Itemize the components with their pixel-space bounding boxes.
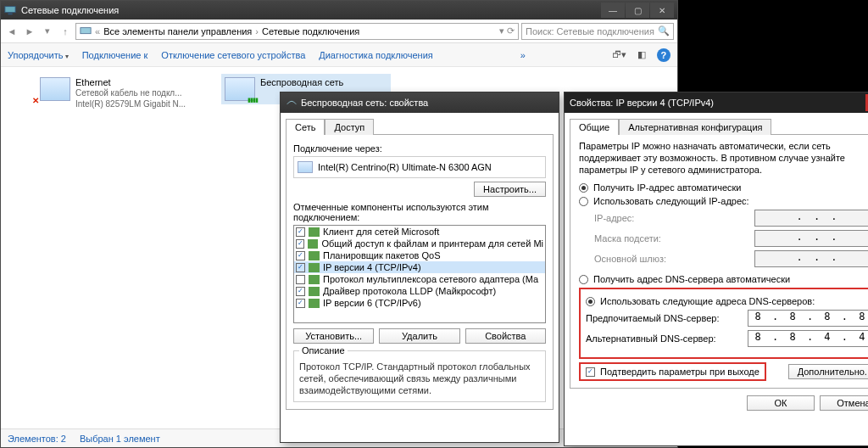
connection-ethernet[interactable]: Ethernet Сетевой кабель не подкл... Inte…: [36, 74, 214, 113]
mask-input: . . .: [754, 230, 868, 247]
component-label: Общий доступ к файлам и принтерам для се…: [321, 238, 543, 249]
up-button[interactable]: ↑: [58, 24, 73, 39]
forward-button[interactable]: ►: [22, 24, 37, 39]
wifi-name: Беспроводная сеть: [260, 77, 343, 87]
ipv4-properties-dialog: Свойства: IP версии 4 (TCP/IPv4) ✕ Общие…: [564, 92, 868, 446]
protocol-icon: [309, 251, 320, 260]
tab-access[interactable]: Доступ: [325, 119, 374, 135]
help-icon[interactable]: ?: [657, 48, 670, 62]
search-icon: 🔍: [658, 25, 670, 36]
ipv4-info-text: Параметры IP можно назначать автоматичес…: [579, 140, 868, 176]
maximize-button[interactable]: ▢: [626, 3, 649, 18]
ipv4-title: Свойства: IP версии 4 (TCP/IPv4): [570, 98, 714, 108]
radio-icon: [579, 275, 588, 284]
component-item[interactable]: Драйвер протокола LLDP (Майкрософт): [294, 285, 545, 297]
remove-button[interactable]: Удалить: [379, 328, 459, 344]
component-item[interactable]: Протокол мультиплексора сетевого адаптер…: [294, 273, 545, 285]
component-label: IP версии 4 (TCP/IPv4): [323, 262, 421, 272]
window-title: Сетевые подключения: [21, 5, 119, 15]
ethernet-name: Ethernet: [75, 77, 111, 87]
checkbox-icon: [586, 367, 595, 377]
more-chevron[interactable]: »: [520, 50, 526, 60]
radio-ip-manual[interactable]: Использовать следующий IP-адрес:: [579, 196, 868, 206]
ip-addr-label: IP-адрес:: [594, 213, 754, 223]
connect-to-button[interactable]: Подключение к: [82, 50, 148, 60]
breadcrumb-network[interactable]: Сетевые подключения: [262, 26, 359, 36]
tab-alt-config[interactable]: Альтернативная конфигурация: [619, 119, 771, 135]
view-icons-button[interactable]: 🗗▾: [613, 48, 626, 62]
checkbox-icon[interactable]: [296, 263, 305, 272]
tab-network[interactable]: Сеть: [286, 119, 325, 135]
connect-via-label: Подключение через:: [293, 143, 546, 154]
radio-icon: [586, 297, 595, 306]
refresh-icon[interactable]: ▾ ⟳: [499, 25, 515, 36]
tab-general[interactable]: Общие: [570, 119, 619, 135]
dialog-titlebar[interactable]: Беспроводная сеть: свойства: [281, 92, 559, 113]
item-count: Элементов: 2: [8, 434, 66, 444]
radio-icon: [579, 197, 588, 206]
radio-dns-manual[interactable]: Использовать следующие адреса DNS-сервер…: [586, 296, 868, 306]
checkbox-icon[interactable]: [296, 299, 305, 308]
protocol-icon: [308, 239, 318, 249]
back-button[interactable]: ◄: [4, 24, 19, 39]
dns-alt-input[interactable]: 8 . 8 . 4 . 4: [748, 330, 868, 347]
components-list[interactable]: Клиент для сетей MicrosoftОбщий доступ к…: [293, 225, 546, 323]
component-item[interactable]: Планировщик пакетов QoS: [294, 249, 545, 261]
diagnose-button[interactable]: Диагностика подключения: [319, 50, 432, 60]
components-label: Отмеченные компоненты используются этим …: [293, 202, 546, 222]
radio-dns-auto[interactable]: Получить адрес DNS-сервера автоматически: [579, 274, 868, 284]
checkbox-icon[interactable]: [296, 287, 305, 296]
configure-button[interactable]: Настроить...: [474, 182, 546, 197]
adapter-name: Intel(R) Centrino(R) Ultimate-N 6300 AGN: [318, 162, 492, 172]
svg-rect-1: [8, 14, 12, 15]
validate-checkbox[interactable]: Подтвердить параметры при выходе: [586, 367, 760, 377]
history-dropdown[interactable]: ▾: [40, 24, 55, 39]
organize-menu[interactable]: Упорядочить: [8, 50, 69, 60]
address-bar[interactable]: « Все элементы панели управления › Сетев…: [75, 23, 519, 40]
component-label: Планировщик пакетов QoS: [323, 250, 441, 260]
protocol-icon: [309, 263, 320, 272]
component-label: Клиент для сетей Microsoft: [323, 227, 439, 237]
adapter-box: Intel(R) Centrino(R) Ultimate-N 6300 AGN: [293, 156, 546, 178]
wifi-properties-dialog: Беспроводная сеть: свойства Сеть Доступ …: [280, 92, 559, 443]
dns-pref-input[interactable]: 8 . 8 . 8 . 8: [748, 310, 868, 327]
install-button[interactable]: Установить...: [293, 328, 374, 344]
ethernet-device: Intel(R) 82579LM Gigabit N...: [75, 98, 186, 109]
search-input[interactable]: Поиск: Сетевые подключения 🔍: [521, 23, 674, 40]
ipv4-tab-panel: Параметры IP можно назначать автоматичес…: [570, 134, 868, 389]
ipv4-tabs: Общие Альтернативная конфигурация: [565, 113, 868, 134]
component-item[interactable]: Общий доступ к файлам и принтерам для се…: [294, 238, 545, 249]
close-button[interactable]: ✕: [650, 3, 674, 18]
advanced-button[interactable]: Дополнительно...: [788, 364, 868, 379]
ipv4-titlebar[interactable]: Свойства: IP версии 4 (TCP/IPv4) ✕: [565, 92, 868, 113]
breadcrumb-control-panel[interactable]: Все элементы панели управления: [103, 26, 252, 36]
radio-ip-auto[interactable]: Получить IP-адрес автоматически: [579, 182, 868, 193]
nav-toolbar: ◄ ► ▾ ↑ « Все элементы панели управления…: [1, 20, 677, 43]
component-item[interactable]: IP версии 6 (TCP/IPv6): [294, 297, 545, 309]
tab-panel: Подключение через: Intel(R) Centrino(R) …: [286, 134, 554, 410]
minimize-button[interactable]: —: [601, 3, 625, 18]
ethernet-status: Сетевой кабель не подкл...: [75, 87, 186, 98]
checkbox-icon[interactable]: [296, 227, 305, 237]
disable-device-button[interactable]: Отключение сетевого устройства: [161, 50, 305, 60]
folder-icon: [80, 25, 92, 37]
preview-pane-button[interactable]: ◧: [635, 48, 648, 62]
description-group: Описание Протокол TCP/IP. Стандартный пр…: [293, 345, 546, 402]
component-item[interactable]: IP версии 4 (TCP/IPv4): [294, 261, 545, 273]
component-properties-button[interactable]: Свойства: [465, 328, 546, 344]
svg-rect-0: [5, 7, 15, 13]
protocol-icon: [309, 299, 320, 308]
checkbox-icon[interactable]: [296, 275, 305, 284]
checkbox-icon[interactable]: [296, 239, 304, 249]
radio-icon: [579, 183, 588, 193]
tabs: Сеть Доступ: [281, 113, 559, 134]
cancel-button[interactable]: Отмена: [820, 395, 868, 411]
dns-pref-label: Предпочитаемый DNS-сервер:: [586, 313, 748, 323]
component-item[interactable]: Клиент для сетей Microsoft: [294, 226, 545, 238]
checkbox-icon[interactable]: [296, 251, 305, 260]
component-label: Протокол мультиплексора сетевого адаптер…: [323, 274, 538, 284]
ok-button[interactable]: ОК: [747, 395, 815, 411]
titlebar[interactable]: Сетевые подключения — ▢ ✕: [1, 1, 677, 20]
description-text: Протокол TCP/IP. Стандартный протокол гл…: [299, 361, 540, 396]
protocol-icon: [309, 275, 320, 284]
